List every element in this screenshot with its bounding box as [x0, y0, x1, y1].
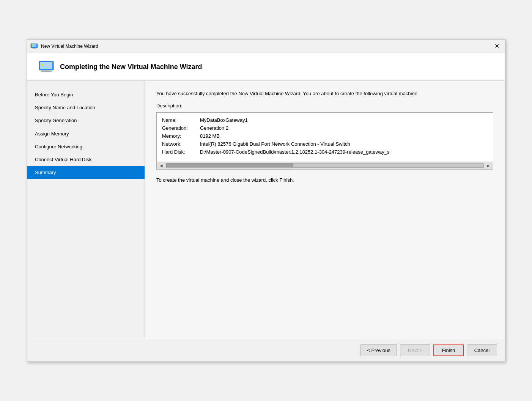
summary-table: Name: MyDataBoxGateway1 Generation: Gene… — [157, 113, 493, 162]
table-row: Memory: 8192 MB — [162, 133, 488, 139]
close-button[interactable]: ✕ — [492, 42, 502, 50]
table-row: Hard Disk: D:\Master-0907-CodeSignedBuil… — [162, 149, 488, 155]
sidebar-item-summary[interactable]: Summary — [27, 166, 145, 179]
intro-text: You have successfully completed the New … — [156, 90, 493, 97]
sidebar-item-configure-networking[interactable]: Configure Networking — [27, 140, 145, 153]
svg-rect-7 — [42, 70, 50, 71]
summary-box: Name: MyDataBoxGateway1 Generation: Gene… — [156, 112, 493, 170]
sidebar-item-before-you-begin[interactable]: Before You Begin — [27, 88, 145, 101]
svg-rect-8 — [41, 71, 52, 72]
next-button[interactable]: Next > — [400, 344, 430, 356]
wizard-title: Completing the New Virtual Machine Wizar… — [60, 63, 202, 71]
wizard-window: New Virtual Machine Wizard ✕ Completing … — [27, 39, 505, 362]
finish-instruction-text: To create the virtual machine and close … — [156, 177, 493, 183]
horizontal-scrollbar[interactable]: ◀ ▶ — [157, 162, 493, 169]
sidebar-item-specify-generation[interactable]: Specify Generation — [27, 114, 145, 127]
scroll-thumb[interactable] — [166, 164, 293, 167]
header-icon — [39, 61, 54, 73]
svg-rect-2 — [33, 48, 36, 49]
content-area: You have successfully completed the New … — [145, 81, 505, 339]
cancel-button[interactable]: Cancel — [467, 344, 497, 356]
main-layout: Before You Begin Specify Name and Locati… — [27, 81, 505, 339]
window-title: New Virtual Machine Wizard — [41, 44, 98, 49]
scroll-track[interactable] — [166, 163, 484, 168]
description-label: Description: — [156, 103, 493, 109]
sidebar-item-specify-name[interactable]: Specify Name and Location — [27, 101, 145, 114]
finish-button[interactable]: Finish — [433, 344, 464, 356]
svg-rect-3 — [32, 48, 36, 49]
scroll-right-arrow[interactable]: ▶ — [485, 164, 491, 168]
table-row: Name: MyDataBoxGateway1 — [162, 117, 488, 123]
wizard-header: Completing the New Virtual Machine Wizar… — [27, 53, 505, 81]
footer: < Previous Next > Finish Cancel — [27, 339, 505, 362]
window-icon — [30, 43, 38, 49]
sidebar: Before You Begin Specify Name and Locati… — [27, 81, 145, 339]
sidebar-item-connect-vhd[interactable]: Connect Virtual Hard Disk — [27, 153, 145, 166]
table-row: Generation: Generation 2 — [162, 125, 488, 131]
svg-rect-4 — [31, 45, 33, 46]
scroll-left-arrow[interactable]: ◀ — [158, 164, 164, 168]
table-row: Network: Intel(R) 82576 Gigabit Dual Por… — [162, 141, 488, 147]
svg-rect-9 — [41, 64, 43, 66]
previous-button[interactable]: < Previous — [360, 344, 397, 356]
sidebar-item-assign-memory[interactable]: Assign Memory — [27, 127, 145, 140]
title-bar: New Virtual Machine Wizard ✕ — [27, 39, 505, 53]
